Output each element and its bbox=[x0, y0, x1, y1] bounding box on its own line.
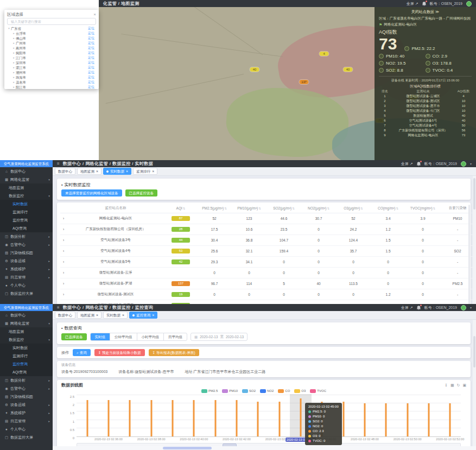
locate-link[interactable]: 定位 bbox=[88, 31, 94, 36]
fullscreen-button[interactable]: 全屏↗ bbox=[401, 161, 413, 167]
map-aqi-marker[interactable]: 137 bbox=[300, 80, 309, 84]
sidebar-item-AQI查询[interactable]: AQI查询 bbox=[0, 224, 53, 232]
co-bar[interactable] bbox=[108, 400, 110, 436]
tree-node-city[interactable]: ▸阳江市定位 bbox=[7, 85, 96, 89]
page-scrollbar[interactable] bbox=[473, 176, 476, 304]
ranking-row[interactable]: 9网格化监测站-电白区73 bbox=[379, 133, 472, 138]
sort-icon[interactable]: ⇅ bbox=[396, 207, 398, 210]
sidebar-item-系统维护[interactable]: ✦系统维护▸ bbox=[0, 265, 53, 273]
tab-实时数据[interactable]: 实时数据× bbox=[103, 312, 128, 319]
row-expander[interactable]: › bbox=[60, 300, 67, 305]
segment-日平均值[interactable]: 日平均值 bbox=[163, 333, 187, 340]
co-bar[interactable] bbox=[449, 403, 451, 436]
ranking-row[interactable]: 3微型站测试设备-恩平市10 bbox=[379, 104, 472, 109]
sidebar-item-数据监控[interactable]: 数据监控▾ bbox=[0, 335, 53, 344]
co-bar[interactable] bbox=[129, 400, 131, 436]
row-expander[interactable]: › bbox=[60, 213, 67, 224]
column-header[interactable]: 监控站点名称 bbox=[67, 204, 164, 213]
column-header[interactable]: AQI⇅ bbox=[164, 204, 197, 213]
export-report-button[interactable]: ↧导出报表(数据图表-界面) bbox=[149, 349, 199, 356]
co-bar[interactable] bbox=[407, 403, 408, 436]
close-tab-icon[interactable]: × bbox=[152, 312, 154, 318]
co-bar[interactable] bbox=[364, 403, 366, 436]
tree-node-city[interactable]: ▸佛山市定位 bbox=[7, 36, 96, 41]
co-bar[interactable] bbox=[214, 400, 216, 436]
date-to[interactable]: 2020-02-13 bbox=[226, 335, 244, 339]
co-bar[interactable] bbox=[278, 402, 280, 436]
co-bar[interactable] bbox=[385, 403, 387, 436]
sidebar-item-数据分析[interactable]: ◫数据分析▸ bbox=[0, 376, 53, 384]
hamburger-icon[interactable]: ≡ bbox=[57, 161, 60, 166]
sidebar-item-数据监控[interactable]: 数据监控▾ bbox=[0, 192, 53, 200]
co-bar[interactable] bbox=[428, 403, 430, 436]
row-expander[interactable]: › bbox=[60, 289, 67, 300]
account-label[interactable]: 帐号：OSEN_2019 bbox=[424, 161, 457, 167]
column-header[interactable]: NO2(μg/m³)⇅ bbox=[301, 204, 336, 213]
column-header[interactable]: TVOC(mg/m³)⇅ bbox=[405, 204, 440, 213]
co-bar[interactable] bbox=[172, 400, 174, 436]
tree-node-province[interactable]: ▾广东省定位 bbox=[7, 26, 96, 31]
fullscreen-button[interactable]: 全屏↗ bbox=[401, 305, 413, 310]
sidebar-item-设备运维[interactable]: ⚙设备运维▸ bbox=[0, 257, 53, 265]
sidebar-item-监测排行[interactable]: 监测排行 bbox=[0, 208, 53, 216]
sidebar-item-数据中心[interactable]: ⌂数据中心 bbox=[0, 311, 53, 319]
segment-实时值[interactable]: 实时值 bbox=[91, 333, 110, 340]
ranking-row[interactable]: 8广东新快线智能有限公司（深圳）56 bbox=[379, 128, 472, 133]
sidebar-item-AQI查询[interactable]: AQI查询 bbox=[0, 368, 53, 376]
sidebar-item-个人中心[interactable]: ●个人中心 bbox=[0, 281, 53, 289]
close-tab-icon[interactable]: × bbox=[126, 168, 128, 174]
column-header[interactable]: PM2.5(μg/m³)⇅ bbox=[197, 204, 232, 213]
legend-item-O3[interactable]: O3 bbox=[294, 389, 306, 393]
account-label[interactable]: 帐号：OSEN_2019 bbox=[424, 305, 457, 310]
sidebar-item-数据监控大屏[interactable]: ▢数据监控大屏 bbox=[0, 289, 53, 297]
co-bar[interactable] bbox=[300, 398, 302, 436]
tab-监测排行[interactable]: 监测排行× bbox=[133, 168, 157, 175]
ranking-row[interactable]: 5数据校验测试40 bbox=[379, 113, 472, 118]
co-bar[interactable] bbox=[86, 400, 88, 436]
scrollbar-thumb[interactable] bbox=[163, 447, 212, 449]
select-device-button[interactable]: 已选择设备 bbox=[61, 333, 87, 340]
sidebar-item-实时数据[interactable]: 实时数据 bbox=[0, 200, 53, 208]
sort-icon[interactable]: ⇅ bbox=[360, 207, 363, 210]
table-row[interactable]: ›空气站测试设备5号4229.334.100000- bbox=[60, 257, 475, 268]
locate-link[interactable]: 定位 bbox=[88, 80, 94, 85]
row-expander[interactable]: › bbox=[60, 278, 67, 289]
unselected-devices-button[interactable]: 未选择需要监控的网格化区域设备 bbox=[61, 189, 122, 197]
tree-node-city[interactable]: ▸湛江市定位 bbox=[7, 65, 96, 70]
sidebar-item-网格化监管[interactable]: ▦网格化监管▾ bbox=[0, 319, 53, 327]
ranking-row[interactable]: 1微型站测试设备-云城区4 bbox=[379, 94, 472, 99]
locate-link[interactable]: 定位 bbox=[88, 75, 94, 80]
sidebar-item-实时数据[interactable]: 实时数据 bbox=[0, 344, 53, 352]
map-aqi-marker[interactable]: 40 bbox=[250, 67, 259, 72]
table-row[interactable]: ›微型站测试设备-罗湖13796.7114540113.500PM2.5 bbox=[60, 278, 475, 289]
tree-node-city[interactable]: ▸揭阳市定位 bbox=[7, 50, 96, 55]
sort-icon[interactable]: ⇅ bbox=[258, 207, 261, 210]
locate-link[interactable]: 定位 bbox=[88, 46, 94, 50]
close-icon[interactable]: × bbox=[93, 12, 96, 17]
sidebar-item-污染物模拟图[interactable]: ▨污染物模拟图 bbox=[0, 249, 53, 257]
region-search-input[interactable] bbox=[10, 19, 93, 24]
sidebar-item-告警中心[interactable]: ◉告警中心▸ bbox=[0, 384, 53, 392]
legend-item-PM2.5[interactable]: PM2.5 bbox=[201, 389, 218, 393]
table-row[interactable]: ›空气站测试设备3号4430.436.8104.70124.41.50- bbox=[60, 235, 475, 246]
table-row[interactable]: ›广东新快线智能有限公司（深圳机房）2817.510.623.5024.21.2… bbox=[60, 224, 475, 235]
locate-link[interactable]: 定位 bbox=[88, 85, 94, 89]
locate-link[interactable]: 定位 bbox=[88, 70, 94, 75]
legend-item-TVOC[interactable]: TVOC bbox=[310, 389, 326, 393]
panel-collapse-button[interactable]: 关闭站点数据 ≫ bbox=[379, 9, 472, 15]
co-bar[interactable] bbox=[193, 400, 195, 436]
locate-link[interactable]: 定位 bbox=[88, 50, 94, 55]
row-expander[interactable]: › bbox=[60, 257, 67, 268]
tree-node-city[interactable]: ▸茂名市定位 bbox=[7, 80, 96, 85]
tree-node-city[interactable]: ▸珠海市定位 bbox=[7, 75, 96, 80]
sidebar-item-监控查询[interactable]: 监控查询 bbox=[0, 216, 53, 224]
row-expander[interactable]: › bbox=[60, 268, 67, 278]
data-view-icon[interactable]: ▦ bbox=[450, 383, 454, 388]
query-button[interactable]: ⌕查询 bbox=[73, 349, 91, 356]
locate-link[interactable]: 定位 bbox=[88, 26, 94, 31]
row-expander[interactable]: › bbox=[60, 235, 67, 246]
sort-icon[interactable]: ⇅ bbox=[183, 207, 186, 210]
locate-link[interactable]: 定位 bbox=[88, 65, 94, 70]
sidebar-item-数据监控大屏[interactable]: ▢数据监控大屏 bbox=[0, 433, 53, 441]
sort-icon[interactable]: ⇅ bbox=[327, 207, 329, 210]
